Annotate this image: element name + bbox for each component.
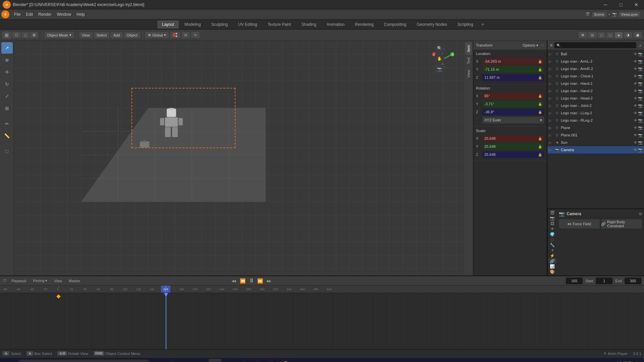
add-workspace-button[interactable]: + [479, 20, 487, 29]
side-tab-view[interactable]: View [465, 67, 472, 80]
location-y-field[interactable]: -71.15 m 🔒 [482, 66, 544, 73]
location-z-lock[interactable]: 🔒 [538, 76, 542, 79]
tool-move[interactable]: ✛ [1, 66, 13, 78]
props-particles-icon[interactable]: ✦ [548, 248, 556, 253]
scale-z-lock[interactable]: 🔒 [538, 153, 542, 157]
sun-cam[interactable]: 📷 [638, 140, 643, 145]
next-frame-button[interactable]: ⏩ [257, 277, 264, 285]
props-physics-icon[interactable]: ⚡ [548, 253, 556, 258]
props-view-icon[interactable]: 👁 [548, 227, 556, 232]
tool-select[interactable]: ↗ [1, 42, 13, 54]
outliner-search[interactable] [554, 42, 636, 48]
props-options[interactable]: Options ▾ [523, 43, 538, 48]
rotation-mode-dropdown[interactable]: XYZ Euler ▾ [482, 117, 544, 123]
outliner-item-head2[interactable]: ▷ ▽ Lego man - Head-2 👁 📷 [547, 95, 644, 102]
tl-marker-menu[interactable]: Marker [67, 278, 82, 284]
props-scene-icon[interactable]: 🎬 [548, 210, 556, 216]
tab-rendering[interactable]: Rendering [350, 20, 378, 28]
close-button[interactable]: ✕ [629, 0, 644, 9]
menu-window[interactable]: Window [54, 11, 74, 18]
menu-file[interactable]: File [11, 11, 23, 18]
menu-edit[interactable]: Edit [23, 11, 36, 18]
props-data-icon[interactable]: 📊 [548, 264, 556, 269]
tool-rotate[interactable]: ↻ [1, 78, 13, 90]
camera-cam[interactable]: 📷 [638, 148, 643, 152]
props-modifier-icon[interactable]: 🔧 [548, 243, 556, 248]
pan-view[interactable]: ✋ [435, 54, 444, 63]
viewport-shading-render[interactable]: ◕ [633, 32, 642, 38]
chest1-cam[interactable]: 📷 [638, 74, 643, 78]
props-object-icon[interactable]: □ [548, 237, 556, 242]
props-render-icon[interactable]: 📷 [548, 216, 556, 221]
outliner-item-camera[interactable]: ▷ 📷 Camera 👁 📷 [547, 146, 644, 154]
outliner-item-sun[interactable]: ▷ ☀ Sun 👁 📷 [547, 139, 644, 146]
camera-vis[interactable]: 👁 [634, 148, 637, 152]
rotation-y-field[interactable]: -3.71° 🔒 [482, 101, 544, 107]
camera-props-ext-link[interactable]: ⧉ [639, 212, 642, 216]
tab-modeling[interactable]: Modeling [180, 20, 206, 28]
outliner-item-lleg2[interactable]: ▷ ▽ Lego man - LLeg-2 👁 📷 [547, 109, 644, 117]
taskbar-ms-edge[interactable]: 📘 [265, 359, 278, 362]
system-clock[interactable]: 10:13 PM 2/8/2022 [618, 361, 633, 362]
tool-annotate[interactable]: ✏ [1, 118, 13, 129]
rotation-z-lock[interactable]: 🔒 [538, 110, 542, 114]
taskbar-edge[interactable]: 🌐 [166, 359, 179, 362]
taskbar-app2[interactable]: 🔵 [251, 359, 264, 362]
overlay-toggle[interactable]: ◎ [588, 32, 597, 38]
minimize-button[interactable]: ─ [598, 0, 613, 9]
lleg2-vis[interactable]: 👁 [634, 111, 637, 115]
taskbar-app1[interactable]: 🎮 [223, 359, 235, 362]
tool-scale[interactable]: ⤢ [1, 90, 13, 102]
timeline-content[interactable] [0, 293, 644, 349]
taskbar-notion[interactable]: N [209, 359, 221, 362]
view-menu[interactable]: View [79, 32, 93, 38]
plane001-vis[interactable]: 👁 [634, 133, 637, 137]
armr2-vis[interactable]: 👁 [634, 67, 637, 71]
scale-y-lock[interactable]: 🔒 [538, 145, 542, 148]
rotation-z-field[interactable]: -36.8° 🔒 [482, 109, 544, 115]
props-more[interactable]: ⋯ [540, 43, 544, 48]
rigid-body-button[interactable]: 🔗 Rigid Body Constraint [601, 219, 642, 229]
location-x-field[interactable]: -54.293 m 🔒 [482, 58, 544, 65]
falloff-type[interactable]: ∿ [191, 32, 200, 38]
viewport-shading-material[interactable]: ◑ [624, 32, 632, 38]
chest1-vis[interactable]: 👁 [634, 74, 637, 78]
viewlayer-name[interactable]: ViewLayer [619, 12, 640, 17]
tab-uv-editing[interactable]: UV Editing [233, 20, 262, 28]
play-pause-button[interactable]: ⏸ [248, 277, 255, 285]
hand1-vis[interactable]: 👁 [634, 81, 637, 86]
joint2-cam[interactable]: 📷 [638, 104, 643, 108]
outliner-item-plane001[interactable]: ▷ ▽ Plane.001 👁 📷 [547, 131, 644, 139]
outliner-item-ball[interactable]: ▷ ▽ Ball 👁 📷 [547, 50, 644, 58]
tab-geometry-nodes[interactable]: Geometry Nodes [412, 20, 452, 28]
taskbar-chrome[interactable]: 🌐 [237, 359, 250, 362]
joint2-vis[interactable]: 👁 [634, 104, 637, 108]
tab-compositing[interactable]: Compositing [379, 20, 411, 28]
tab-sculpting[interactable]: Sculpting [207, 20, 232, 28]
outliner-item-hand1[interactable]: ▷ ▽ Lego man - Hand-1 👁 📷 [547, 80, 644, 87]
location-y-lock[interactable]: 🔒 [538, 68, 542, 71]
rleg2-vis[interactable]: 👁 [634, 118, 637, 123]
props-output-icon[interactable]: 🖼 [548, 221, 556, 226]
force-field-button[interactable]: ⋈ Force Field [559, 219, 600, 229]
scene-name[interactable]: Scene [592, 12, 606, 17]
start-frame-input[interactable] [596, 278, 612, 284]
end-frame-input[interactable] [625, 278, 641, 284]
jump-end-button[interactable]: ⏭ [265, 277, 273, 285]
armr2-cam[interactable]: 📷 [638, 67, 643, 71]
props-material-icon[interactable]: 🎨 [548, 269, 556, 274]
tool-add-cube[interactable]: □ [1, 145, 13, 157]
rotation-y-lock[interactable]: 🔒 [538, 102, 542, 106]
snap-toggle[interactable]: 🧲 [170, 32, 180, 38]
tl-keying-menu[interactable]: Keying ▾ [31, 278, 50, 284]
rleg2-cam[interactable]: 📷 [638, 118, 643, 123]
scale-x-field[interactable]: 25.648 🔒 [482, 135, 544, 142]
select-menu[interactable]: Select [94, 32, 110, 38]
tl-playback-menu[interactable]: Playback [9, 278, 29, 284]
windows-start-button[interactable] [2, 359, 15, 362]
tool-transform[interactable]: ⊞ [1, 103, 13, 114]
current-frame-input[interactable] [566, 278, 583, 284]
tl-view-menu[interactable]: View [52, 278, 64, 284]
transform-pivot[interactable]: ⊕ Global ▾ [145, 32, 169, 38]
head2-cam[interactable]: 📷 [638, 96, 643, 101]
